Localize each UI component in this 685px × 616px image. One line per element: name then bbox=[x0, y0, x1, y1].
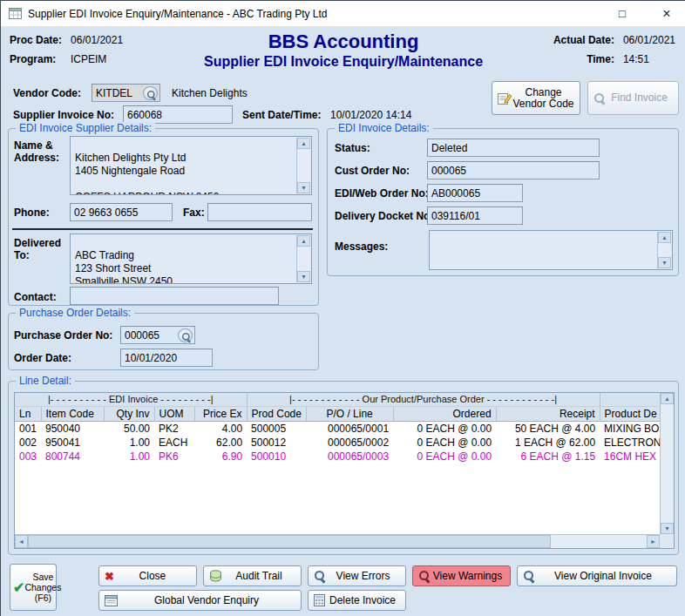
messages-label: Messages: bbox=[335, 240, 388, 253]
find-invoice-label: Find Invoice bbox=[606, 92, 673, 104]
maximize-button[interactable]: □ bbox=[603, 1, 641, 27]
table-group-header-row: |- - - - - - - - - - EDI Invoice - - - -… bbox=[15, 393, 660, 406]
col-header-product-desc[interactable]: Product De bbox=[600, 406, 660, 421]
view-errors-button[interactable]: View Errors bbox=[308, 565, 406, 586]
app-window: Supplier EDI Invoice Enquiry/Maintenance… bbox=[0, 0, 685, 616]
global-vendor-enquiry-button[interactable]: Global Vendor Enquiry bbox=[98, 590, 302, 611]
delivered-to-value: ABC Trading 123 Short Street Smallville … bbox=[75, 249, 173, 284]
po-search-button[interactable] bbox=[178, 328, 193, 342]
vertical-scrollbar[interactable]: ▲ ▼ bbox=[660, 393, 674, 534]
change-vendor-code-button[interactable]: Change Vendor Code bbox=[492, 81, 580, 115]
scroll-right-icon[interactable]: ► bbox=[647, 535, 660, 548]
col-header-qty-inv[interactable]: Qty Inv bbox=[104, 406, 154, 421]
scroll-left-icon[interactable]: ◄ bbox=[15, 535, 28, 548]
supplier-invoice-label: Supplier Invoice No: bbox=[13, 109, 114, 121]
supplier-invoice-field[interactable]: 660068 bbox=[123, 105, 233, 124]
col-header-prod-code[interactable]: Prod Code bbox=[247, 406, 306, 421]
cell-product-desc: MIXING BO bbox=[600, 421, 660, 436]
delete-invoice-label: Delete Invoice bbox=[325, 595, 400, 606]
contact-label: Contact: bbox=[14, 291, 57, 303]
name-address-field[interactable]: Kitchen Delights Pty Ltd 1405 Nightengal… bbox=[70, 136, 312, 195]
scroll-up-icon[interactable]: ▲ bbox=[658, 232, 671, 243]
table-row-highlighted[interactable]: 003 800744 1.00 PK6 6.90 500010 000065/0… bbox=[15, 450, 660, 464]
view-original-search-icon bbox=[523, 570, 535, 582]
delivery-docket-field[interactable]: 039116/01 bbox=[427, 206, 523, 225]
find-invoice-search-icon bbox=[593, 92, 606, 105]
section-divider bbox=[12, 228, 313, 230]
messages-scrollbar[interactable]: ▲ ▼ bbox=[657, 232, 671, 268]
cust-order-label: Cust Order No: bbox=[335, 165, 410, 177]
edi-web-order-field[interactable]: AB000065 bbox=[427, 184, 523, 202]
scroll-down-icon[interactable]: ▼ bbox=[661, 523, 674, 534]
delivered-to-scrollbar[interactable]: ▲ ▼ bbox=[296, 235, 310, 282]
messages-field[interactable]: ▲ ▼ bbox=[429, 230, 673, 270]
view-original-invoice-button[interactable]: View Original Invoice bbox=[517, 565, 677, 586]
cell-item-code: 800744 bbox=[41, 450, 104, 464]
cell-qty-inv: 1.00 bbox=[104, 450, 154, 464]
save-changes-button[interactable]: ✔ Save Changes (F6) bbox=[10, 564, 57, 611]
cell-product-desc: ELECTRON bbox=[600, 436, 660, 450]
header-right: Actual Date: 06/01/2021 Time: 14:51 bbox=[553, 34, 675, 65]
hscrollbar-thumb[interactable] bbox=[28, 535, 551, 548]
order-date-field[interactable]: 10/01/2020 bbox=[120, 349, 213, 367]
close-label: Close bbox=[114, 571, 191, 582]
col-header-item-code[interactable]: Item Code bbox=[41, 406, 104, 421]
horizontal-scrollbar[interactable]: ◄ ► bbox=[15, 534, 660, 548]
supplier-details-group: EDI Invoice Supplier Details: Name & Add… bbox=[8, 128, 319, 306]
table-column-header-row: Ln Item Code Qty Inv UOM Price Ex Prod C… bbox=[15, 406, 660, 421]
col-header-ln[interactable]: Ln bbox=[15, 406, 41, 421]
our-product-group-header: |- - - - - - - - - - - - Our Product/Pur… bbox=[247, 393, 600, 406]
table-row[interactable]: 002 950041 1.00 EACH 62.00 500012 000065… bbox=[15, 436, 660, 450]
status-label: Status: bbox=[335, 142, 370, 154]
col-header-uom[interactable]: UOM bbox=[154, 406, 194, 421]
cell-product-desc: 16CM HEX bbox=[600, 450, 660, 464]
scroll-up-icon[interactable]: ▲ bbox=[661, 393, 674, 404]
close-button[interactable]: ✖ Close bbox=[98, 565, 197, 586]
cust-order-field[interactable]: 000065 bbox=[427, 161, 600, 179]
program-label: Program: bbox=[10, 53, 62, 65]
delete-invoice-button[interactable]: Delete Invoice bbox=[308, 590, 406, 611]
fax-label: Fax: bbox=[183, 206, 205, 219]
vendor-code-field[interactable]: KITDEL bbox=[92, 84, 160, 102]
scroll-up-icon[interactable]: ▲ bbox=[297, 138, 310, 149]
save-check-icon: ✔ bbox=[13, 579, 24, 596]
window-title: Supplier EDI Invoice Enquiry/Maintenance… bbox=[28, 8, 597, 20]
po-number-field[interactable]: 000065 bbox=[120, 326, 195, 344]
scrollbar-corner bbox=[660, 534, 674, 548]
col-header-receipt[interactable]: Receipt bbox=[496, 406, 600, 421]
scroll-down-icon[interactable]: ▼ bbox=[658, 257, 671, 268]
save-changes-label: Save Changes (F6) bbox=[24, 572, 61, 603]
cell-price-ex: 4.00 bbox=[194, 421, 247, 436]
phone-field[interactable]: 02 9663 0655 bbox=[70, 203, 173, 221]
fax-field[interactable] bbox=[207, 203, 312, 221]
edi-invoice-group-header: |- - - - - - - - - - EDI Invoice - - - -… bbox=[15, 393, 247, 406]
scroll-up-icon[interactable]: ▲ bbox=[297, 235, 310, 247]
find-invoice-button[interactable]: Find Invoice bbox=[587, 81, 679, 115]
po-number-label: Purchase Order No: bbox=[14, 329, 112, 342]
audit-trail-button[interactable]: Audit Trail bbox=[203, 565, 302, 586]
delivery-docket-label: Delivery Docket No: bbox=[335, 210, 433, 222]
close-window-button[interactable]: × bbox=[648, 1, 685, 27]
col-header-ordered[interactable]: Ordered bbox=[393, 406, 496, 421]
col-header-price-ex[interactable]: Price Ex bbox=[194, 406, 247, 421]
name-address-scrollbar[interactable]: ▲ ▼ bbox=[296, 138, 310, 193]
app-icon bbox=[9, 8, 22, 19]
cell-receipt: 1 EACH @ 62.00 bbox=[496, 436, 600, 450]
group-header-spacer bbox=[600, 393, 660, 406]
status-field[interactable]: Deleted bbox=[427, 139, 600, 157]
scroll-down-icon[interactable]: ▼ bbox=[297, 182, 310, 193]
purchase-order-title: Purchase Order Details: bbox=[16, 307, 134, 319]
scroll-down-icon[interactable]: ▼ bbox=[297, 271, 310, 282]
cell-ordered: 0 EACH @ 0.00 bbox=[393, 450, 496, 464]
col-header-po-line[interactable]: P/O / Line bbox=[306, 406, 393, 421]
table-row[interactable]: 001 950040 50.00 PK2 4.00 500005 000065/… bbox=[15, 421, 660, 436]
delivered-to-field[interactable]: ABC Trading 123 Short Street Smallville … bbox=[70, 234, 312, 284]
contact-field[interactable] bbox=[70, 287, 279, 305]
cell-prod-code: 500010 bbox=[247, 450, 306, 464]
cell-qty-inv: 50.00 bbox=[104, 421, 154, 436]
search-icon bbox=[181, 332, 189, 340]
vendor-search-button[interactable] bbox=[143, 86, 158, 100]
view-warnings-button[interactable]: View Warnings bbox=[412, 565, 511, 586]
cell-uom: PK6 bbox=[154, 450, 194, 464]
actual-date-value: 06/01/2021 bbox=[623, 34, 675, 46]
